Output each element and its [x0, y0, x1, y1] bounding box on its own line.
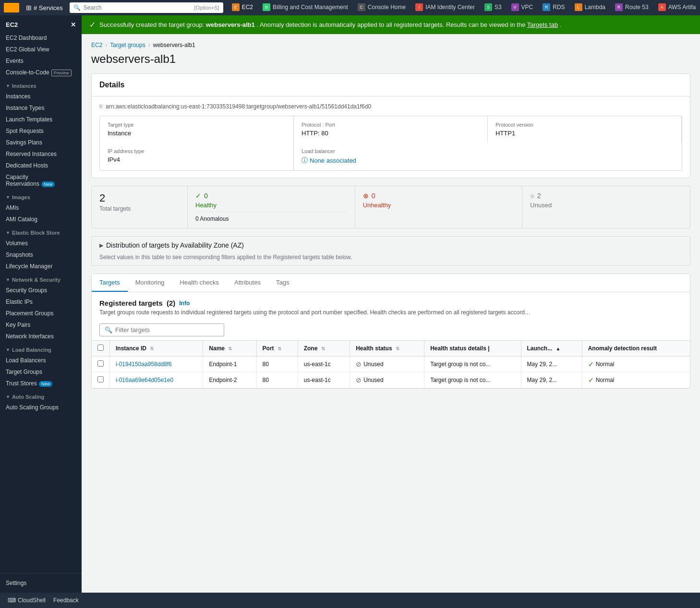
service-nav-rds[interactable]: RRDS — [538, 0, 569, 16]
feedback-button[interactable]: Feedback — [53, 597, 79, 604]
service-nav-artifact[interactable]: AAWS Artifact — [653, 0, 696, 16]
select-all-header — [92, 341, 110, 357]
sidebar-item-capacity-reservations[interactable]: Capacity ReservationsNew — [0, 171, 82, 190]
sidebar-close-button[interactable]: ✕ — [71, 21, 76, 28]
row-select-0[interactable] — [97, 360, 104, 367]
info-link[interactable]: Info — [179, 300, 190, 307]
billing-icon: B — [263, 3, 270, 11]
filter-targets-input[interactable] — [115, 326, 219, 334]
sidebar-item-security-groups[interactable]: Security Groups — [0, 285, 82, 296]
sidebar-item-target-groups[interactable]: Target Groups — [0, 366, 82, 378]
select-all-checkbox[interactable] — [97, 345, 104, 351]
sidebar-item-elastic-ips[interactable]: Elastic IPs — [0, 296, 82, 308]
route53-icon: R — [615, 3, 623, 11]
s3-icon: S — [484, 3, 492, 11]
stat-unhealthy-label: Unhealthy — [363, 202, 515, 209]
service-nav-s3[interactable]: SS3 — [480, 0, 507, 16]
sidebar-item-key-pairs[interactable]: Key Pairs — [0, 319, 82, 331]
alert-bold-text: webservers-alb1 — [206, 21, 255, 28]
sidebar-item-savings-plans[interactable]: Savings Plans — [0, 137, 82, 148]
distribution-toggle[interactable]: ▶ Distribution of targets by Availabilit… — [92, 237, 690, 254]
alert-message2: . Anomaly detection is automatically app… — [256, 21, 527, 28]
col-port[interactable]: Port ⇅ — [256, 341, 298, 357]
sidebar-item-auto-scaling-groups[interactable]: Auto Scaling Groups — [0, 402, 82, 413]
sidebar-item-instances[interactable]: Instances — [0, 91, 82, 102]
iam-identity-icon: I — [415, 3, 423, 11]
sidebar-header: EC2 ✕ — [0, 15, 82, 32]
s3-label: S3 — [495, 4, 502, 11]
sidebar-item-console-to-code[interactable]: Console-to-CodePreview — [0, 67, 82, 78]
targets-section: TargetsMonitoringHealth checksAttributes… — [91, 274, 690, 389]
aws-logo[interactable] — [4, 3, 19, 12]
sidebar-section-load-balancing[interactable]: Load Balancing — [0, 342, 82, 355]
sidebar-item-amis[interactable]: AMIs — [0, 202, 82, 214]
load-balancer-link[interactable]: ⓘ None associated — [302, 156, 480, 165]
sidebar-section-elastic-block-store[interactable]: Elastic Block Store — [0, 225, 82, 238]
sidebar-item-volumes[interactable]: Volumes — [0, 238, 82, 249]
sidebar-item-spot-requests[interactable]: Spot Requests — [0, 125, 82, 137]
sidebar-item-ec2-dashboard[interactable]: EC2 Dashboard — [0, 32, 82, 44]
search-input[interactable] — [84, 4, 192, 11]
col-zone[interactable]: Zone ⇅ — [298, 341, 350, 357]
expand-icon: ▶ — [99, 242, 103, 249]
tab-health-checks[interactable]: Health checks — [172, 274, 227, 292]
sidebar-item-snapshots[interactable]: Snapshots — [0, 249, 82, 261]
row-select-1[interactable] — [97, 376, 104, 382]
sidebar-section-instances[interactable]: Instances — [0, 78, 82, 91]
tab-attributes[interactable]: Attributes — [227, 274, 268, 292]
services-button[interactable]: ⊞ # Services — [23, 4, 66, 12]
detail-target-type: Target type Instance — [100, 116, 294, 143]
sidebar-item-events[interactable]: Events — [0, 55, 82, 67]
sidebar-item-load-balancers[interactable]: Load Balancers — [0, 355, 82, 366]
cell-instance-id-1: i-016aa69e64d05e1e0 — [110, 372, 203, 388]
breadcrumb-target-groups[interactable]: Target groups — [110, 42, 145, 48]
stat-total-value: 2 — [99, 192, 180, 204]
cell-launch-1: May 29, 2... — [521, 372, 582, 388]
sidebar-item-placement-groups[interactable]: Placement Groups — [0, 308, 82, 319]
instance-id-link-0[interactable]: i-0194150aa958dd8f6 — [116, 361, 172, 368]
col-name[interactable]: Name ⇅ — [203, 341, 256, 357]
healthy-icon: ✓ — [195, 192, 201, 200]
col-health-status[interactable]: Health status ⇅ — [350, 341, 424, 357]
sidebar-item-settings[interactable]: Settings — [6, 577, 76, 589]
col-launch[interactable]: Launch... ▲ — [521, 341, 582, 357]
sidebar-item-reserved-instances[interactable]: Reserved Instances — [0, 148, 82, 160]
service-nav-billing[interactable]: BBilling and Cost Management — [258, 0, 353, 16]
sidebar-item-network-interfaces[interactable]: Network Interfaces — [0, 331, 82, 342]
ec2-icon: E — [232, 3, 240, 11]
cloudshell-icon: ⌨ — [8, 597, 16, 604]
sidebar-item-ami-catalog[interactable]: AMI Catalog — [0, 214, 82, 225]
details-card: Details ⎘ arn:aws:elasticloadbalancing:u… — [91, 73, 690, 178]
col-instance-id[interactable]: Instance ID ⇅ — [110, 341, 203, 357]
sidebar-item-launch-templates[interactable]: Launch Templates — [0, 114, 82, 125]
cell-port-1: 80 — [256, 372, 298, 388]
sidebar-item-instance-types[interactable]: Instance Types — [0, 102, 82, 114]
instance-id-link-1[interactable]: i-016aa69e64d05e1e0 — [116, 377, 173, 383]
table-row: i-016aa69e64d05e1e0 Endpoint-2 80 us-eas… — [92, 372, 690, 388]
service-nav-ec2[interactable]: EEC2 — [227, 0, 258, 16]
search-shortcut: [Option+S] — [194, 5, 219, 11]
sidebar-item-dedicated-hosts[interactable]: Dedicated Hosts — [0, 160, 82, 171]
stat-total: 2 Total targets — [92, 186, 188, 228]
tab-monitoring[interactable]: Monitoring — [128, 274, 172, 292]
breadcrumb-ec2[interactable]: EC2 — [91, 42, 102, 48]
sidebar-item-ec2-global-view[interactable]: EC2 Global View — [0, 44, 82, 55]
service-nav-route53[interactable]: RRoute 53 — [610, 0, 653, 16]
sidebar-item-lifecycle-manager[interactable]: Lifecycle Manager — [0, 261, 82, 272]
cloudshell-button[interactable]: ⌨ CloudShell — [8, 597, 46, 604]
sidebar-section-images[interactable]: Images — [0, 190, 82, 202]
sidebar-section-network--security[interactable]: Network & Security — [0, 272, 82, 285]
tab-tags[interactable]: Tags — [268, 274, 297, 292]
table-title-text: Registered targets (2) — [99, 299, 175, 307]
global-search-bar[interactable]: 🔍 [Option+S] — [70, 2, 223, 13]
details-grid: Target type Instance Protocol : Port HTT… — [99, 116, 682, 171]
sidebar-item-trust-stores[interactable]: Trust StoresNew — [0, 378, 82, 389]
service-nav-console[interactable]: CConsole Home — [353, 0, 410, 16]
sidebar-section-auto-scaling[interactable]: Auto Scaling — [0, 389, 82, 402]
service-nav-vpc[interactable]: VVPC — [507, 0, 538, 16]
service-nav-lambda[interactable]: LLambda — [570, 0, 610, 16]
copy-icon[interactable]: ⎘ — [99, 103, 103, 110]
service-nav-iam-identity[interactable]: IIAM Identity Center — [410, 0, 480, 16]
alert-targets-link[interactable]: Targets tab — [527, 21, 558, 28]
tab-targets[interactable]: Targets — [92, 274, 128, 292]
